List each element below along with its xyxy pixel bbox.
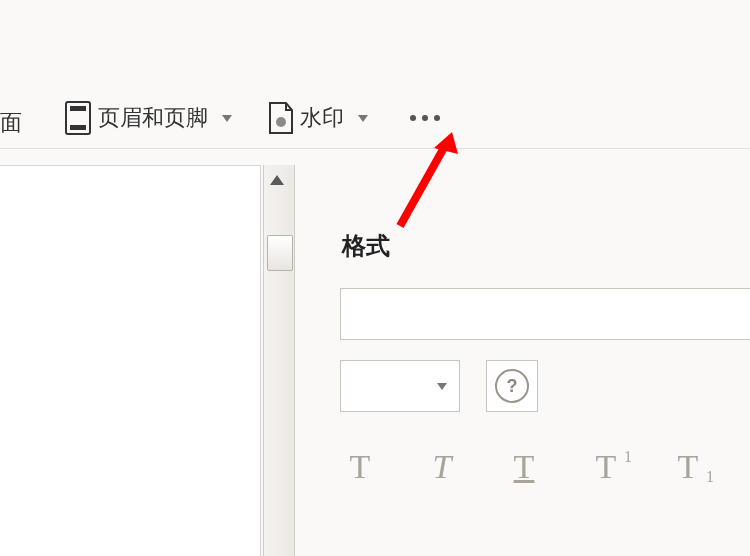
size-dropdown[interactable] [340,360,460,412]
watermark-icon [266,101,294,135]
header-footer-button[interactable]: 页眉和页脚 [56,88,240,148]
svg-point-3 [276,117,286,127]
more-button[interactable] [402,88,448,148]
chevron-down-icon [437,383,447,390]
format-subscript[interactable]: T1 [668,448,708,486]
watermark-button[interactable]: 水印 [258,88,376,148]
format-italic[interactable]: T [422,448,462,486]
header-footer-label: 页眉和页脚 [98,103,208,133]
svg-rect-2 [70,125,86,130]
svg-rect-1 [70,106,86,111]
help-button[interactable]: ? [486,360,538,412]
scroll-up-icon[interactable] [270,175,284,185]
format-panel: 格式 ? T T T T1 T1 [310,160,750,556]
watermark-label: 水印 [300,103,344,133]
panel-title: 格式 [342,230,750,262]
style-dropdown[interactable] [340,288,750,340]
more-icon [410,115,440,121]
help-icon: ? [495,369,529,403]
chevron-down-icon [222,115,232,122]
toolbar: 页眉和页脚 水印 [0,88,750,149]
scroll-thumb[interactable] [267,235,293,271]
format-underline[interactable]: T [504,448,544,486]
header-footer-icon [64,101,92,135]
format-normal[interactable]: T [340,448,380,486]
vertical-scrollbar[interactable] [263,165,295,556]
document-canvas[interactable] [0,165,261,556]
format-superscript[interactable]: T1 [586,448,626,486]
format-row-2: ? [340,360,538,412]
text-format-buttons: T T T T1 T1 [340,448,708,486]
chevron-down-icon [358,115,368,122]
